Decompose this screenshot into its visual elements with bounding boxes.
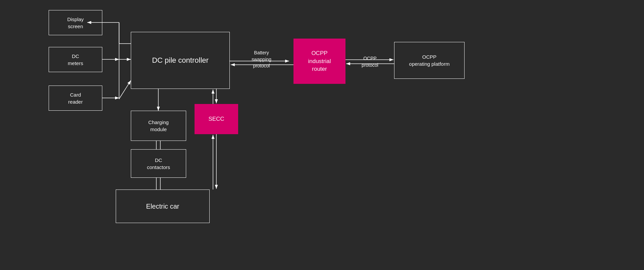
secc-label: SECC xyxy=(208,115,224,123)
dc-contactors-box: DCcontactors xyxy=(131,149,186,178)
dc-contactors-label: DCcontactors xyxy=(147,157,170,171)
electric-car-label: Electric car xyxy=(146,202,179,211)
secc-box: SECC xyxy=(195,104,238,134)
dc-pile-controller-box: DC pile controller xyxy=(131,32,230,89)
svg-line-10 xyxy=(119,80,131,99)
dc-meters-label: DCmeters xyxy=(68,53,83,67)
ocpp-router-label: OCPPindustrialrouter xyxy=(308,49,331,73)
electric-car-box: Electric car xyxy=(116,190,210,223)
charging-module-box: Chargingmodule xyxy=(131,111,186,141)
ocpp-protocol-label: OCPPprotocol xyxy=(350,55,390,68)
charging-module-label: Chargingmodule xyxy=(148,119,169,133)
diagram-container: Displayscreen DCmeters Cardreader DC pil… xyxy=(0,0,644,270)
card-reader-box: Cardreader xyxy=(49,86,102,111)
dc-pile-controller-label: DC pile controller xyxy=(152,55,209,66)
display-screen-label: Displayscreen xyxy=(67,16,84,30)
card-reader-label: Cardreader xyxy=(68,91,83,105)
battery-swapping-label: Batteryswappingprotocol xyxy=(232,50,291,69)
ocpp-platform-box: OCPPoperating platform xyxy=(394,42,465,79)
dc-meters-box: DCmeters xyxy=(49,47,102,72)
ocpp-router-box: OCPPindustrialrouter xyxy=(293,39,345,84)
ocpp-platform-label: OCPPoperating platform xyxy=(409,53,450,67)
display-screen-box: Displayscreen xyxy=(49,10,102,35)
